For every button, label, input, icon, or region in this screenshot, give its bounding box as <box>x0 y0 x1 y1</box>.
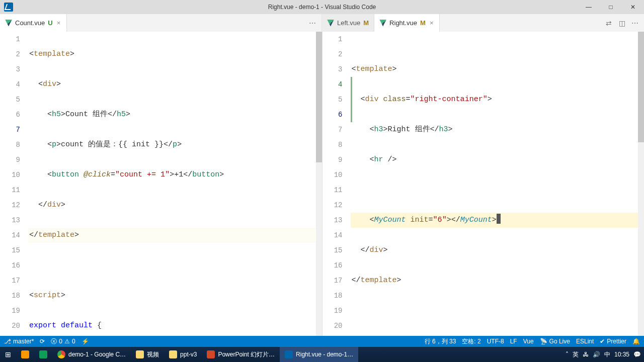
tab-label: Left.vue <box>337 19 360 27</box>
taskbar-label: demo-1 - Google C… <box>68 351 126 358</box>
tabs-row: Count.vue U × ⋯ Left.vue M Right.vue M ×… <box>0 14 644 32</box>
git-status-u: U <box>48 19 52 27</box>
branch-icon: ⎇ <box>4 338 11 345</box>
split-icon[interactable]: ◫ <box>618 19 626 27</box>
tab-label: Count.vue <box>15 19 45 27</box>
text-cursor <box>497 214 501 224</box>
tab-close-icon[interactable]: × <box>56 19 62 27</box>
right-pane-actions: ⇄ ◫ ⋯ <box>605 14 644 32</box>
left-pane-tabs: Count.vue U × ⋯ <box>0 14 322 32</box>
window-title: Right.vue - demo-1 - Visual Studio Code <box>0 4 644 11</box>
windows-icon: ⊞ <box>5 350 11 358</box>
left-pane-actions: ⋯ <box>308 14 321 32</box>
taskbar: ⊞ demo-1 - Google C… 视频 ppt-v3 PowerPoin… <box>0 347 644 362</box>
tab-close-icon[interactable]: × <box>429 19 435 27</box>
warning-icon: ⚠ <box>64 338 70 345</box>
chrome-icon <box>57 350 65 358</box>
sb-prettier[interactable]: ✔Prettier <box>600 338 626 345</box>
taskbar-vscode[interactable]: Right.vue - demo-1… <box>280 347 358 362</box>
more-icon[interactable]: ⋯ <box>631 19 639 27</box>
sb-bell[interactable]: 🔔 <box>632 338 640 345</box>
overview-ruler-left[interactable] <box>316 32 322 336</box>
tray-ime2[interactable]: 中 <box>604 350 610 359</box>
taskbar-label: 视频 <box>147 350 159 359</box>
tray-volume-icon[interactable]: 🔊 <box>593 351 600 358</box>
editor-area: 1234 5678 9101112 13141516 17181920 21 <… <box>0 32 644 336</box>
git-status-m: M <box>420 19 426 27</box>
tab-right-vue[interactable]: Right.vue M × <box>374 14 440 32</box>
sb-language[interactable]: Vue <box>523 338 534 345</box>
sb-golive[interactable]: 📡Go Live <box>540 338 570 345</box>
taskbar-tray: ˄ 英 🖧 🔊 中 10:35 💬 <box>566 350 644 359</box>
tray-chevron-icon[interactable]: ˄ <box>566 351 569 358</box>
taskbar-app[interactable] <box>16 347 34 362</box>
taskbar-folder[interactable]: 视频 <box>131 347 164 362</box>
sb-branch[interactable]: ⎇master* <box>4 338 34 345</box>
tab-label: Right.vue <box>389 19 417 27</box>
git-status-m: M <box>363 19 369 27</box>
code-right[interactable]: <template> <div class="right-container">… <box>351 32 645 336</box>
folder-icon <box>169 350 177 358</box>
tray-network-icon[interactable]: 🖧 <box>583 351 589 358</box>
app-icon <box>21 350 29 358</box>
statusbar: ⎇master* ⟳ ⓧ0 ⚠0 ⚡ 行 6，列 33 空格: 2 UTF-8 … <box>0 336 644 347</box>
tab-left-vue[interactable]: Left.vue M <box>322 14 374 32</box>
gutter-left: 1234 5678 9101112 13141516 17181920 21 <box>0 32 28 336</box>
taskbar-label: ppt-v3 <box>180 351 197 358</box>
tab-count-vue[interactable]: Count.vue U × <box>0 14 67 32</box>
vscode-icon <box>285 350 293 358</box>
app-icon <box>39 350 47 358</box>
taskbar-label: Right.vue - demo-1… <box>296 351 353 358</box>
bell-icon: 🔔 <box>632 338 640 345</box>
editor-pane-left[interactable]: 1234 5678 9101112 13141516 17181920 21 <… <box>0 32 322 336</box>
vue-icon <box>327 20 334 27</box>
tray-ime[interactable]: 英 <box>573 350 579 359</box>
taskbar-app[interactable] <box>34 347 52 362</box>
antenna-icon: 📡 <box>540 338 547 345</box>
diff-icon[interactable]: ⇄ <box>605 19 613 27</box>
taskbar-chrome[interactable]: demo-1 - Google C… <box>52 347 131 362</box>
code-left[interactable]: <template> <div> <h5>Count 组件</h5> <p>co… <box>28 32 322 336</box>
sb-sync[interactable]: ⟳ <box>40 338 45 345</box>
right-pane-tabs: Left.vue M Right.vue M × ⇄ ◫ ⋯ <box>322 14 644 32</box>
folder-icon <box>136 350 144 358</box>
taskbar-label: PowerPoint 幻灯片… <box>218 350 275 359</box>
check-icon: ✔ <box>600 338 605 345</box>
vue-icon <box>5 20 12 27</box>
broadcast-icon: ⚡ <box>82 338 89 345</box>
titlebar: Right.vue - demo-1 - Visual Studio Code … <box>0 0 644 14</box>
more-icon[interactable]: ⋯ <box>308 19 316 27</box>
gutter-right: 123 45 678 9101112 13141516 17181920 21 <box>323 32 351 336</box>
taskbar-start[interactable]: ⊞ <box>0 347 16 362</box>
sb-live[interactable]: ⚡ <box>82 338 89 345</box>
sb-eslint[interactable]: ESLint <box>576 338 594 345</box>
sb-problems[interactable]: ⓧ0 ⚠0 <box>51 337 75 346</box>
powerpoint-icon <box>207 350 215 358</box>
taskbar-powerpoint[interactable]: PowerPoint 幻灯片… <box>202 347 280 362</box>
error-icon: ⓧ <box>51 337 57 346</box>
editor-pane-right[interactable]: 123 45 678 9101112 13141516 17181920 21 … <box>322 32 645 336</box>
sb-indent[interactable]: 空格: 2 <box>462 337 480 346</box>
sb-encoding[interactable]: UTF-8 <box>487 338 504 345</box>
tray-notifications-icon[interactable]: 💬 <box>633 351 641 358</box>
tray-clock[interactable]: 10:35 <box>614 351 629 358</box>
taskbar-folder[interactable]: ppt-v3 <box>164 347 202 362</box>
vue-icon <box>379 20 386 27</box>
overview-ruler-right[interactable] <box>638 32 644 336</box>
sb-cursor-pos[interactable]: 行 6，列 33 <box>425 337 456 346</box>
sync-icon: ⟳ <box>40 338 45 345</box>
sb-eol[interactable]: LF <box>510 338 517 345</box>
